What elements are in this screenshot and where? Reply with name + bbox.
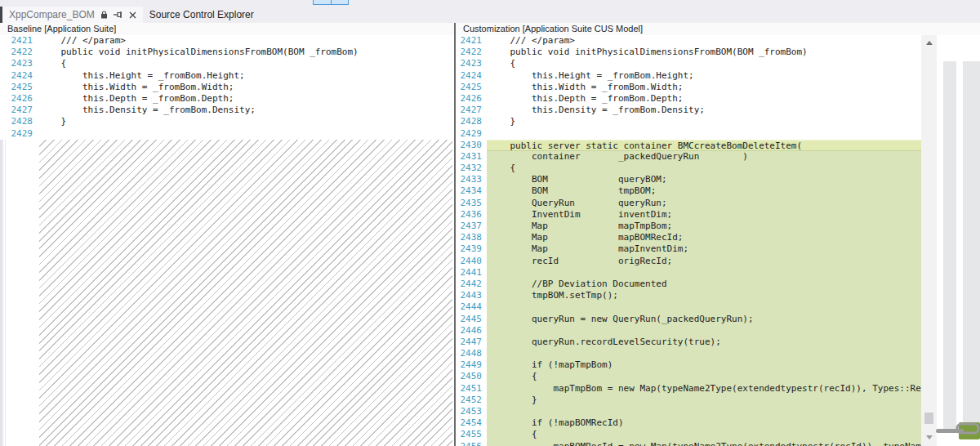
line-number: 2436 [456,209,487,221]
code-line-row[interactable]: 2454 if (!mapBOMRecId) [456,417,921,429]
code-line-row[interactable]: 2435 QueryRun queryRun; [456,198,921,209]
code-line-row[interactable]: 2434 BOM tmpBOM; [456,185,921,197]
tab-source-control-explorer[interactable]: Source Control Explorer [143,7,261,23]
code-line-row[interactable]: 2428 } [456,116,921,127]
code-line-row[interactable]: 2422 public void initPhysicalDimensionsF… [456,47,921,58]
close-icon[interactable] [129,11,136,19]
line-number: 2423 [0,58,38,69]
document-tab-bar: XppCompare_BOM Source Control Explorer [0,7,980,23]
code-text [487,267,921,279]
code-line-row[interactable]: 2443 tmpBOM.setTmp(); [456,290,921,301]
code-line-row[interactable]: 2442 //BP Deviation Documented [456,279,921,290]
line-number: 2452 [456,395,487,406]
code-text: if (!mapBOMRecId) [487,417,921,429]
code-line-row[interactable]: 2429 [456,128,921,140]
code-line-row[interactable]: 2444 [456,301,921,313]
code-line-row[interactable]: 2440 recId origRecId; [456,256,921,267]
code-line-row[interactable]: 2445 queryRun = new QueryRun(_packedQuer… [456,314,921,325]
code-line-row[interactable]: 2427 this.Density = _fromBom.Density; [0,105,454,116]
line-number: 2427 [0,105,38,116]
code-line-row[interactable]: 2439 Map mapInventDim; [456,243,921,255]
scrollbar-thumb[interactable] [924,413,933,424]
code-line-row[interactable]: 2426 this.Depth = _fromBom.Depth; [0,93,454,105]
code-line-row[interactable]: 2429 [0,128,454,140]
clipped-toolbar-button[interactable] [331,0,349,4]
code-line-row[interactable]: 2426 this.Depth = _fromBom.Depth; [456,93,921,105]
vertical-scrollbar[interactable] [921,35,937,446]
code-line-row[interactable]: 2424 this.Height = _fromBom.Height; [456,70,921,82]
code-text [38,128,454,140]
code-line-row[interactable]: 2441 [456,267,921,279]
line-number: 2428 [0,116,38,127]
code-line-row[interactable]: 2425 this.Width = _fromBom.Width; [456,82,921,93]
code-line-row[interactable]: 2428 } [0,116,454,127]
code-line-row[interactable]: 2430 public server static container BMCc… [456,140,921,151]
line-number: 2440 [456,256,487,267]
code-text [487,301,921,313]
line-number: 2426 [0,93,38,105]
code-line-row[interactable]: 2422 public void initPhysicalDimensionsF… [0,47,454,58]
code-line-row[interactable]: 2447 queryRun.recordLevelSecurity(true); [456,337,921,348]
code-line-row[interactable]: 2446 [456,325,921,337]
code-line-row[interactable]: 2423 { [456,58,921,69]
code-line-row[interactable]: 2432 { [456,163,921,174]
code-text [487,348,921,359]
line-number: 2431 [456,151,487,163]
code-text: /// </param> [487,35,921,47]
tab-label: Source Control Explorer [149,9,254,20]
code-line-row[interactable]: 2431 container _packedQueryRun ) [456,151,921,163]
line-number: 2439 [456,243,487,255]
code-line-row[interactable]: 2453 [456,406,921,417]
code-line-row[interactable]: 2437 Map mapTmpBom; [456,221,921,232]
code-line-row[interactable]: 2423 { [0,58,454,69]
customization-pane: Customization [Application Suite CUS Mod… [456,23,980,446]
code-text: public void initPhysicalDimensionsFromBO… [487,47,921,58]
code-line-row[interactable]: 2456 mapBOMRecId = new Map(typeName2Type… [456,441,921,446]
clipped-toolbar-button[interactable] [314,0,331,4]
code-line-row[interactable]: 2448 [456,348,921,359]
code-line-row[interactable]: 2438 Map mapBOMRecId; [456,232,921,243]
line-number: 2425 [456,82,487,93]
baseline-pane: Baseline [Application Suite] 2421 /// </… [0,23,454,446]
code-text: Map mapBOMRecId; [487,232,921,243]
grab-handle-icon[interactable] [934,418,980,446]
code-line-row[interactable]: 2424 this.Height = _fromBom.Height; [0,70,454,82]
line-number: 2433 [456,174,487,185]
code-line-row[interactable]: 2452 } [456,395,921,406]
code-line-row[interactable]: 2433 BOM queryBOM; [456,174,921,185]
clipped-toolbar-buttons[interactable] [313,0,349,5]
code-text: this.Height = _fromBom.Height; [487,70,921,82]
scroll-up-icon[interactable] [921,37,937,49]
code-text: this.Width = _fromBom.Width; [487,82,921,93]
code-text: public void initPhysicalDimensionsFromBO… [38,47,454,58]
code-line-row[interactable]: 2451 mapTmpBom = new Map(typeName2Type(e… [456,383,921,395]
line-number: 2429 [456,128,487,140]
code-line-row[interactable]: 2425 this.Width = _fromBom.Width; [0,82,454,93]
code-text: this.Density = _fromBom.Density; [487,105,921,116]
code-text: this.Width = _fromBom.Width; [38,82,454,93]
code-line-row[interactable]: 2436 InventDim inventDim; [456,209,921,221]
code-text: if (!mapTmpBom) [487,359,921,371]
code-line-row[interactable]: 2421 /// </param> [456,35,921,47]
code-line-row[interactable]: 2449 if (!mapTmpBom) [456,359,921,371]
code-text: InventDim inventDim; [487,209,921,221]
code-text [487,325,921,337]
code-text [487,406,921,417]
line-number: 2427 [456,105,487,116]
code-line-row[interactable]: 2450 { [456,371,921,382]
line-number: 2421 [0,35,38,47]
code-text: recId origRecId; [487,256,921,267]
code-line-row[interactable]: 2455 { [456,429,921,440]
code-line-row[interactable]: 2427 this.Density = _fromBom.Density; [456,105,921,116]
line-number: 2456 [456,441,487,446]
code-text: //BP Deviation Documented [487,279,921,290]
baseline-editor[interactable]: 2421 /// </param>2422 public void initPh… [0,35,454,446]
line-number: 2453 [456,406,487,417]
pin-icon[interactable] [114,11,123,19]
code-line-row[interactable]: 2421 /// </param> [0,35,454,47]
line-number: 2424 [456,70,487,82]
tab-xppcompare-bom[interactable]: XppCompare_BOM [2,7,143,23]
line-number: 2426 [456,93,487,105]
code-text: { [487,429,921,440]
customization-editor[interactable]: 2421 /// </param>2422 public void initPh… [456,35,921,446]
